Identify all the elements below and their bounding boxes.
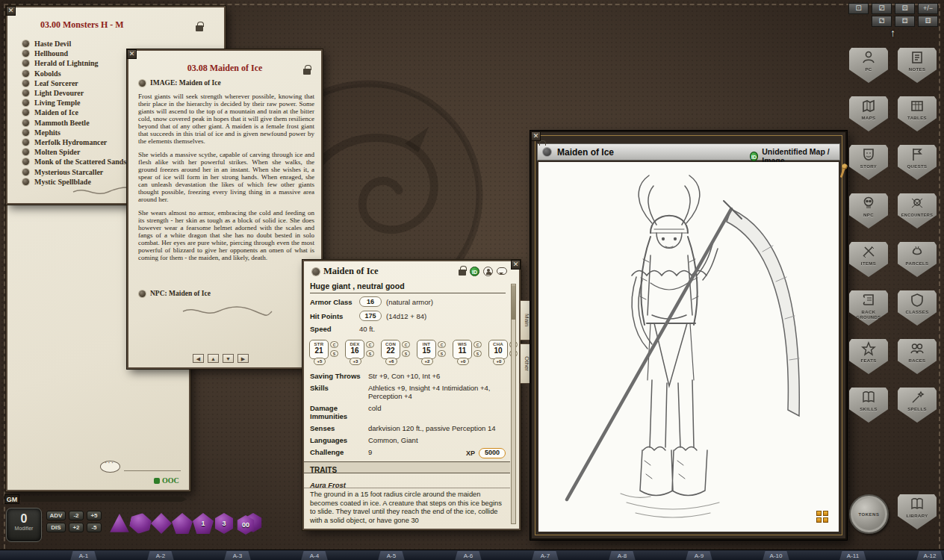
hotkey-tab[interactable]: A-7 — [532, 551, 559, 560]
hp-value[interactable]: 175 — [359, 311, 382, 321]
ability-int[interactable]: INT15 CS +2 — [415, 339, 450, 369]
ability-mod[interactable]: +2 — [421, 358, 433, 365]
token-icon[interactable] — [483, 267, 493, 276]
lock-icon[interactable] — [196, 25, 203, 31]
sidebar-item-story[interactable]: STORY — [849, 145, 888, 180]
d8-die[interactable] — [151, 513, 172, 534]
save-roll-button[interactable]: S — [366, 350, 374, 357]
close-icon[interactable]: ✕ — [511, 260, 521, 270]
sidebar-item-tables[interactable]: TABLES — [898, 96, 937, 131]
d4-die[interactable] — [109, 513, 130, 534]
window-anchor-icon[interactable] — [312, 268, 320, 276]
plus-minus-tool-button[interactable]: +/− — [918, 3, 938, 14]
nav-down-button[interactable]: ▼ — [223, 354, 234, 363]
modifier-stack[interactable]: 0 Modifier — [6, 508, 42, 542]
manual-roll-tool-button[interactable]: ⚁ — [872, 16, 892, 27]
hotkey-tab[interactable]: A-11 — [839, 551, 866, 560]
save-roll-button[interactable]: S — [330, 350, 338, 357]
plus5-button[interactable]: +5 — [87, 511, 102, 520]
ability-mod[interactable]: +3 — [350, 358, 361, 365]
ability-mod[interactable]: +5 — [314, 358, 326, 365]
d6-die[interactable] — [130, 513, 151, 534]
save-roll-button[interactable]: S — [438, 350, 446, 357]
library-button[interactable]: LIBRARY — [898, 494, 937, 529]
sidebar-item-races[interactable]: RACES — [898, 339, 937, 374]
speech-bubble-icon[interactable] — [497, 267, 507, 275]
sidebar-item-items[interactable]: ITEMS — [849, 242, 888, 277]
sidebar-item-maps[interactable]: MAPS — [849, 96, 888, 131]
close-icon[interactable]: ✕ — [127, 49, 137, 59]
sidebar-item-notes[interactable]: NOTES — [898, 48, 937, 83]
sidebar-item-pc[interactable]: PC — [849, 48, 888, 83]
plus2-button[interactable]: +2 — [69, 523, 84, 532]
hotkey-tab[interactable]: A-4 — [301, 551, 328, 560]
sidebar-item-parcels[interactable]: PARCELS — [898, 242, 937, 277]
tab-other[interactable]: Other — [521, 343, 531, 384]
dis-button[interactable]: DIS — [46, 523, 66, 532]
sidebar-item-quests[interactable]: QUESTS — [898, 145, 937, 180]
check-roll-button[interactable]: C — [473, 341, 482, 348]
grid-toggle-icon[interactable] — [816, 511, 828, 523]
d20-die[interactable]: 3 — [214, 513, 235, 534]
sidebar-item-spells[interactable]: SPELLS — [898, 388, 937, 423]
ability-con[interactable]: CON22 CS +6 — [379, 339, 414, 369]
ooc-mode-icon[interactable] — [154, 478, 160, 484]
sidebar-item-backgrounds[interactable]: BACK GROUNDS — [849, 290, 888, 326]
minus2-button[interactable]: -2 — [69, 511, 84, 520]
ability-mod[interactable]: +6 — [385, 358, 397, 365]
adv-button[interactable]: ADV — [46, 511, 66, 520]
image-canvas[interactable] — [538, 162, 839, 532]
ability-mod[interactable]: +0 — [457, 358, 469, 365]
d12-die[interactable]: 1 — [193, 513, 214, 534]
identified-badge[interactable]: ID — [470, 267, 479, 276]
hotkey-tab[interactable]: A-6 — [455, 551, 482, 560]
xp-value[interactable]: 5000 — [479, 448, 506, 458]
hotkey-tab[interactable]: A-12 — [916, 551, 943, 560]
dice-tower-tool-button[interactable]: ⚃ — [895, 16, 915, 27]
window-title[interactable]: 03.08 Maiden of Ice — [128, 63, 321, 74]
identified-badge[interactable]: ID — [750, 152, 758, 161]
minus5-button[interactable]: -5 — [87, 523, 102, 532]
close-icon[interactable]: ✕ — [6, 6, 16, 16]
close-icon[interactable]: ✕ — [531, 131, 541, 141]
scrollbar[interactable] — [511, 284, 516, 524]
hotkey-tab[interactable]: A-8 — [609, 551, 636, 560]
lock-icon[interactable] — [459, 270, 466, 276]
hotkey-tab[interactable]: A-10 — [763, 551, 789, 560]
image-window-titlebar[interactable]: Maiden of Ice ID Unidentified Map / Imag… — [537, 143, 840, 161]
check-roll-button[interactable]: C — [438, 341, 446, 348]
ability-str[interactable]: STR21 CS +5 — [308, 339, 342, 369]
ac-value[interactable]: 16 — [359, 296, 382, 307]
random-roll-tool-button[interactable]: ⚄ — [895, 3, 915, 14]
ability-wis[interactable]: WIS11 CS +0 — [451, 339, 485, 369]
tokens-button[interactable]: TOKENS — [849, 494, 889, 534]
nav-next-button[interactable]: ▶ — [237, 354, 249, 363]
hotkey-tab[interactable]: A-2 — [147, 551, 174, 560]
hotkey-tab[interactable]: A-3 — [224, 551, 251, 560]
chat-bubble-icon[interactable] — [100, 461, 120, 473]
image-link[interactable]: IMAGE: Maiden of Ice — [139, 79, 221, 87]
ooc-label[interactable]: OOC — [162, 476, 179, 485]
sidebar-item-classes[interactable]: CLASSES — [898, 290, 937, 326]
sidebar-item-skills[interactable]: SKILLS — [849, 388, 888, 423]
d10-die[interactable] — [172, 513, 193, 534]
dice-reveal-tool-button[interactable]: ⚅ — [918, 16, 938, 27]
ability-dex[interactable]: DEX16 CS +3 — [344, 339, 378, 369]
sidebar-item-feats[interactable]: FEATS — [849, 339, 888, 374]
window-title[interactable]: 03.00 Monsters H - M — [40, 19, 124, 31]
nav-up-button[interactable]: ▲ — [208, 354, 219, 363]
hide-rolls-tool-button[interactable]: ⚂ — [872, 3, 892, 14]
sidebar-item-npc[interactable]: NPC — [849, 193, 888, 228]
tab-main[interactable]: Main — [521, 300, 531, 340]
ability-mod[interactable]: +0 — [493, 358, 505, 365]
check-roll-button[interactable]: C — [366, 341, 374, 348]
save-roll-button[interactable]: S — [473, 350, 482, 357]
sidebar-item-encounters[interactable]: ENCOUNTERS — [898, 193, 937, 228]
nav-prev-button[interactable]: ◀ — [193, 354, 204, 363]
check-roll-button[interactable]: C — [330, 341, 338, 348]
npc-title[interactable]: Maiden of Ice — [323, 266, 379, 277]
chat-entry-line[interactable] — [124, 464, 181, 471]
d100-die[interactable]: 00 — [236, 515, 255, 535]
list-item[interactable]: Haste Devil — [22, 39, 214, 49]
lock-icon[interactable] — [303, 69, 311, 75]
